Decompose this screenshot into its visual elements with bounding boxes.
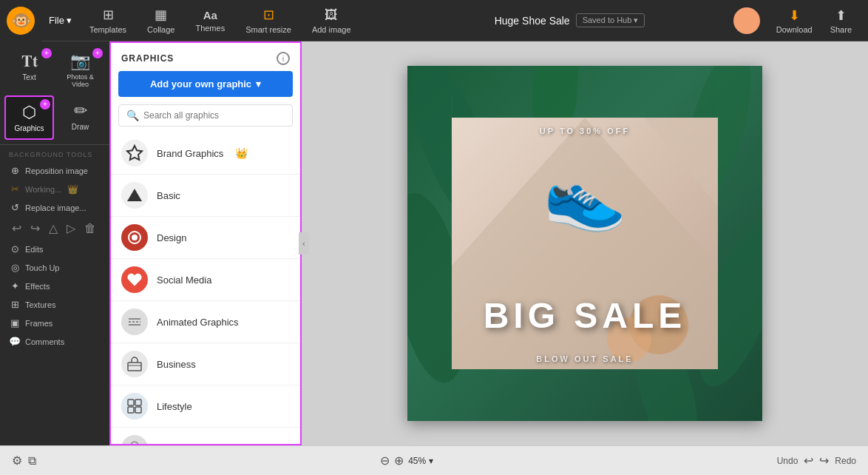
triangle-icon[interactable]: △ [46,220,61,237]
textures-label: Textures [25,300,56,309]
bottom-center: ⊖ ⊕ 45% ▾ [380,454,433,468]
add-graphic-button[interactable]: Add your own graphic ▾ [118,71,293,97]
brand-icon [121,140,148,166]
svg-marker-1 [127,189,142,201]
settings-icon[interactable]: ⚙ [12,454,22,468]
svg-rect-7 [128,363,141,371]
plus-badge: + [41,48,52,58]
category-animated[interactable]: Animated Graphics [111,301,300,343]
panel-collapse-handle[interactable]: ‹ [299,232,309,255]
chevron-down-icon: ▾ [67,15,72,26]
svg-point-13 [131,442,138,444]
plus-badge-photos: + [92,48,103,58]
edits-tool[interactable]: ⊙ Edits [4,240,105,258]
avatar [733,7,760,34]
business-icon [121,351,148,377]
comments-tool[interactable]: 💬 Comments [4,332,105,351]
text-tool[interactable]: 𝐓𝐭 Text + [4,46,54,94]
graphics-panel-title: GRAPHICS [121,53,174,64]
draw-icon: ✏ [74,101,87,121]
zoom-chevron: ▾ [429,456,433,466]
working-tool: ✂ Working... 👑 [4,180,105,198]
zoom-level[interactable]: 45% ▾ [408,456,433,466]
category-brand[interactable]: Brand Graphics 👑 [111,132,300,175]
bottom-left: ⚙ ⧉ [12,454,36,468]
graphics-header: GRAPHICS i [111,43,300,71]
category-business[interactable]: Business [111,343,300,385]
search-icon: 🔍 [126,110,139,121]
photos-icon: 📷 [70,52,90,71]
smart-resize-label: Smart resize [245,25,291,34]
effects-tool[interactable]: ✦ Effects [4,277,105,295]
share-button[interactable]: ⬆ Share [823,4,859,37]
nav-templates[interactable]: ⊞ Templates [79,2,137,38]
monkey-logo: 🐵 [7,7,35,35]
draw-tool[interactable]: ✏ Draw [55,95,105,140]
redo-icon[interactable]: ↪ [819,454,829,468]
replace-icon: ↺ [9,202,21,213]
nav-smart-resize[interactable]: ⊡ Smart resize [235,2,302,38]
download-button[interactable]: ⬇ Download [769,4,820,37]
info-icon[interactable]: i [277,52,290,65]
redo-label: Redo [835,456,856,466]
lifestyle-label: Lifestyle [157,401,192,412]
undo-label: Undo [777,456,799,466]
center-title: Huge Shoe Sale Saved to Hub ▾ [406,13,733,27]
touchup-tool[interactable]: ◎ Touch Up [4,258,105,277]
bottom-bar: ⚙ ⧉ ⊖ ⊕ 45% ▾ Undo ↩ ↪ Redo [0,445,868,475]
working-label: Working... [25,185,61,194]
zoom-in-icon[interactable]: ⊕ [394,454,404,468]
top-bar: 🐵 File ▾ ⊞ Templates ▦ Collage Aa Themes… [0,0,868,41]
monkey-icon: 🐵 [11,11,31,30]
category-basic[interactable]: Basic [111,175,300,217]
textures-tool[interactable]: ⊞ Textures [4,295,105,314]
nav-themes[interactable]: Aa Themes [185,4,235,37]
category-social[interactable]: Social Media [111,259,300,301]
redo-small-icon[interactable]: ↪ [27,220,43,237]
effects-label: Effects [25,282,50,291]
main-area: 𝐓𝐭 Text + 📷 Photos & Video + ⬡ Graphics … [0,41,868,445]
replace-tool[interactable]: ↺ Replace image... [4,198,105,217]
nav-add-image[interactable]: 🖼 Add image [302,3,362,38]
logo-area: 🐵 [0,0,41,41]
reposition-icon: ⊕ [9,165,21,176]
touchup-icon: ◎ [9,262,21,273]
file-menu[interactable]: File ▾ [41,15,79,26]
graphics-tool[interactable]: ⬡ Graphics + [4,95,54,140]
frames-tool[interactable]: ▣ Frames [4,314,105,332]
project-title: Huge Shoe Sale [495,15,570,27]
category-beauty[interactable]: Beauty & Fashion [111,428,300,444]
share-icon: ⬆ [835,7,847,24]
undo-icon[interactable]: ↩ [804,454,813,468]
canvas-area: 👟 UP TO 30% OFF BIG SALE BLOW OUT SALE [302,41,868,445]
undo-small-icon[interactable]: ↩ [9,220,24,237]
effects-icon: ✦ [9,280,21,292]
plus-badge-graphics: + [40,99,50,110]
nav-collage[interactable]: ▦ Collage [137,2,185,38]
collage-icon: ▦ [155,7,167,23]
frames-label: Frames [25,319,52,328]
themes-label: Themes [195,24,225,33]
collage-label: Collage [147,25,174,34]
tool-grid: 𝐓𝐭 Text + 📷 Photos & Video + ⬡ Graphics … [0,41,109,145]
bg-tools-section: BACKGROUND TOOLS ⊕ Reposition image ✂ Wo… [0,145,109,354]
add-image-label: Add image [312,25,351,34]
saved-badge[interactable]: Saved to Hub ▾ [576,13,645,27]
animated-icon [121,309,148,335]
photos-tool[interactable]: 📷 Photos & Video + [55,46,105,94]
canvas-container[interactable]: 👟 UP TO 30% OFF BIG SALE BLOW OUT SALE [407,66,762,421]
category-design[interactable]: Design [111,217,300,259]
search-input[interactable] [143,110,285,121]
layers-icon[interactable]: ⧉ [28,454,36,468]
svg-rect-9 [128,400,134,405]
design-icon [121,224,148,251]
category-lifestyle[interactable]: Lifestyle [111,385,300,428]
reposition-tool[interactable]: ⊕ Reposition image [4,161,105,180]
zoom-out-icon[interactable]: ⊖ [380,454,390,468]
working-icon: ✂ [9,183,21,195]
blow-text: BLOW OUT SALE [407,354,762,363]
delete-icon[interactable]: 🗑 [81,220,99,237]
zoom-value: 45% [408,456,426,466]
svg-rect-10 [135,400,141,405]
flip-icon[interactable]: ▷ [64,220,78,237]
